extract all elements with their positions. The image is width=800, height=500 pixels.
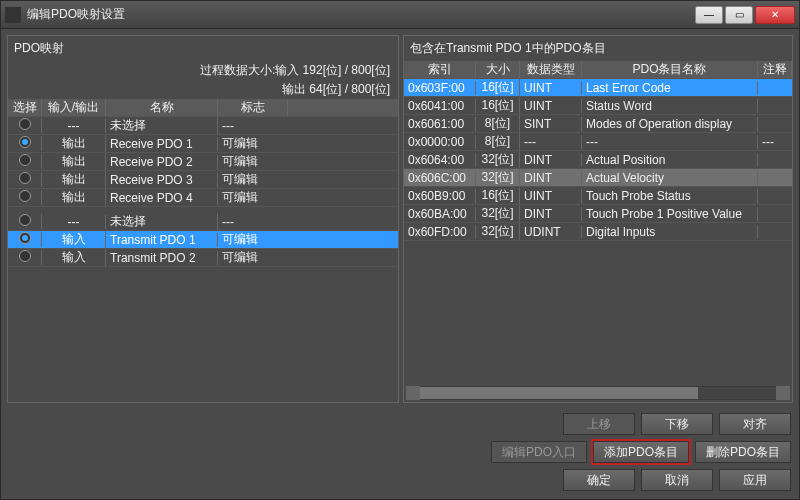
name-cell: Transmit PDO 1	[106, 233, 218, 247]
move-down-button[interactable]: 下移	[641, 413, 713, 435]
pdo-entries-grid: 索引 大小 数据类型 PDO条目名称 注释 0x603F:0016[位]UINT…	[404, 61, 792, 384]
dtype-cell: UINT	[520, 99, 582, 113]
scroll-thumb[interactable]	[420, 387, 698, 399]
col-entry-name[interactable]: PDO条目名称	[582, 61, 758, 78]
left-pane-title: PDO映射	[8, 36, 398, 61]
io-cell: 输出	[42, 171, 106, 188]
index-cell: 0x60B9:00	[404, 189, 476, 203]
select-radio[interactable]	[8, 172, 42, 187]
pdo-row[interactable]: 输入Transmit PDO 1可编辑	[8, 231, 398, 249]
cancel-button[interactable]: 取消	[641, 469, 713, 491]
index-cell: 0x603F:00	[404, 81, 476, 95]
col-io[interactable]: 输入/输出	[42, 99, 106, 116]
flag-cell: 可编辑	[218, 249, 288, 266]
col-note[interactable]: 注释	[758, 61, 792, 78]
dtype-cell: UDINT	[520, 225, 582, 239]
pdo-row[interactable]: 输入Transmit PDO 2可编辑	[8, 249, 398, 267]
pdo-row[interactable]: 输出Receive PDO 3可编辑	[8, 171, 398, 189]
name-cell: 未选择	[106, 117, 218, 134]
select-radio[interactable]	[8, 232, 42, 247]
scroll-right-icon[interactable]	[776, 386, 790, 400]
size-cell: 8[位]	[476, 133, 520, 150]
select-radio[interactable]	[8, 214, 42, 229]
index-cell: 0x60BA:00	[404, 207, 476, 221]
name-cell: Receive PDO 2	[106, 155, 218, 169]
right-pane-title: 包含在Transmit PDO 1中的PDO条目	[404, 36, 792, 61]
entry-row[interactable]: 0x60FD:0032[位]UDINTDigital Inputs	[404, 223, 792, 241]
pdo-grid-header: 选择 输入/输出 名称 标志	[8, 99, 398, 117]
apply-button[interactable]: 应用	[719, 469, 791, 491]
pdo-row[interactable]: ---未选择---	[8, 213, 398, 231]
name-cell: Receive PDO 4	[106, 191, 218, 205]
entry-name-cell: Modes of Operation display	[582, 117, 758, 131]
flag-cell: 可编辑	[218, 171, 288, 188]
flag-cell: 可编辑	[218, 153, 288, 170]
dtype-cell: UINT	[520, 189, 582, 203]
horizontal-scrollbar[interactable]	[406, 386, 790, 400]
io-cell: ---	[42, 215, 106, 229]
process-data-input-size: 过程数据大小:输入 192[位] / 800[位]	[8, 61, 398, 80]
flag-cell: 可编辑	[218, 135, 288, 152]
pdo-row[interactable]: 输出Receive PDO 2可编辑	[8, 153, 398, 171]
entry-row[interactable]: 0x60BA:0032[位]DINTTouch Probe 1 Positive…	[404, 205, 792, 223]
titlebar[interactable]: 编辑PDO映射设置 — ▭ ✕	[1, 1, 799, 29]
col-size[interactable]: 大小	[476, 61, 520, 78]
select-radio[interactable]	[8, 154, 42, 169]
select-radio[interactable]	[8, 250, 42, 265]
entry-row[interactable]: 0x603F:0016[位]UINTLast Error Code	[404, 79, 792, 97]
dtype-cell: SINT	[520, 117, 582, 131]
name-cell: 未选择	[106, 213, 218, 230]
entry-name-cell: Digital Inputs	[582, 225, 758, 239]
note-cell: ---	[758, 135, 792, 149]
entry-row[interactable]: 0x606C:0032[位]DINTActual Velocity	[404, 169, 792, 187]
minimize-button[interactable]: —	[695, 6, 723, 24]
delete-pdo-entry-button[interactable]: 删除PDO条目	[695, 441, 791, 463]
content: PDO映射 过程数据大小:输入 192[位] / 800[位] 输出 64[位]…	[1, 29, 799, 409]
entry-row[interactable]: 0x6041:0016[位]UINTStatus Word	[404, 97, 792, 115]
entry-row[interactable]: 0x6061:008[位]SINTModes of Operation disp…	[404, 115, 792, 133]
pdo-row[interactable]: 输出Receive PDO 1可编辑	[8, 135, 398, 153]
col-name[interactable]: 名称	[106, 99, 218, 116]
flag-cell: 可编辑	[218, 189, 288, 206]
edit-pdo-entry-button[interactable]: 编辑PDO入口	[491, 441, 587, 463]
col-select[interactable]: 选择	[8, 99, 42, 116]
io-cell: 输出	[42, 153, 106, 170]
entry-row[interactable]: 0x6064:0032[位]DINTActual Position	[404, 151, 792, 169]
index-cell: 0x6041:00	[404, 99, 476, 113]
align-button[interactable]: 对齐	[719, 413, 791, 435]
name-cell: Receive PDO 3	[106, 173, 218, 187]
select-radio[interactable]	[8, 136, 42, 151]
flag-cell: ---	[218, 119, 288, 133]
entry-name-cell: Last Error Code	[582, 81, 758, 95]
size-cell: 16[位]	[476, 187, 520, 204]
entry-row[interactable]: 0x60B9:0016[位]UINTTouch Probe Status	[404, 187, 792, 205]
io-cell: 输出	[42, 189, 106, 206]
dtype-cell: ---	[520, 135, 582, 149]
entry-row[interactable]: 0x0000:008[位]---------	[404, 133, 792, 151]
index-cell: 0x6064:00	[404, 153, 476, 167]
size-cell: 16[位]	[476, 97, 520, 114]
move-up-button[interactable]: 上移	[563, 413, 635, 435]
index-cell: 0x0000:00	[404, 135, 476, 149]
select-radio[interactable]	[8, 118, 42, 133]
scroll-left-icon[interactable]	[406, 386, 420, 400]
select-radio[interactable]	[8, 190, 42, 205]
pdo-row[interactable]: ---未选择---	[8, 117, 398, 135]
col-dtype[interactable]: 数据类型	[520, 61, 582, 78]
close-button[interactable]: ✕	[755, 6, 795, 24]
footer: 上移 下移 对齐 编辑PDO入口 添加PDO条目 删除PDO条目 确定 取消 应…	[1, 409, 799, 499]
pdo-mapping-pane: PDO映射 过程数据大小:输入 192[位] / 800[位] 输出 64[位]…	[7, 35, 399, 403]
scroll-track[interactable]	[420, 387, 776, 399]
entry-name-cell: Touch Probe Status	[582, 189, 758, 203]
pdo-mapping-grid: 选择 输入/输出 名称 标志 ---未选择---输出Receive PDO 1可…	[8, 99, 398, 402]
size-cell: 32[位]	[476, 151, 520, 168]
col-index[interactable]: 索引	[404, 61, 476, 78]
io-cell: 输入	[42, 249, 106, 266]
pdo-row[interactable]: 输出Receive PDO 4可编辑	[8, 189, 398, 207]
app-icon	[5, 7, 21, 23]
size-cell: 8[位]	[476, 115, 520, 132]
add-pdo-entry-button[interactable]: 添加PDO条目	[593, 441, 689, 463]
col-flag[interactable]: 标志	[218, 99, 288, 116]
ok-button[interactable]: 确定	[563, 469, 635, 491]
maximize-button[interactable]: ▭	[725, 6, 753, 24]
